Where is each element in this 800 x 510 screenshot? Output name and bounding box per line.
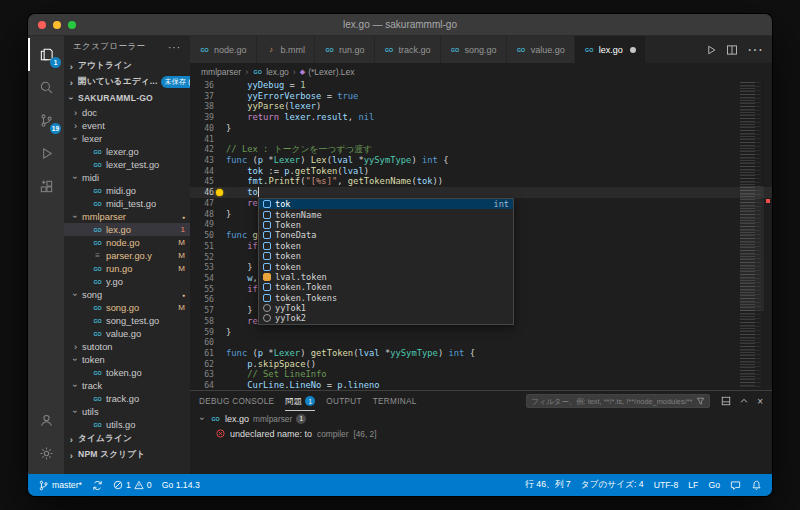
tree-item[interactable]: ›GOmidi.go [64,184,190,197]
suggest-item[interactable]: tokenName [259,209,513,219]
suggest-item[interactable]: token [259,251,513,261]
tree-item[interactable]: ›token [64,353,190,366]
zoom-window-button[interactable] [68,21,76,29]
code-line[interactable]: 44 tok := p.getToken(lval) [190,166,772,177]
filter-input[interactable] [531,397,693,406]
suggest-item[interactable]: tokint [259,199,513,209]
tab-run.go[interactable]: GOrun.go [315,36,375,63]
tree-item[interactable]: ›utils [64,405,190,418]
run-file-icon[interactable] [705,44,717,56]
tree-item[interactable]: ›sutoton [64,340,190,353]
suggest-item[interactable]: lval.token [259,272,513,282]
code-editor[interactable]: 36 yyDebug = 137 yyErrorVerbose = true38… [190,80,772,390]
tree-item[interactable]: ›song● [64,288,190,301]
code-line[interactable]: 63 // Set LineInfo [190,369,772,380]
sidebar-section[interactable]: ›アウトライン [64,58,190,74]
tree-item[interactable]: ›GOvalue.go [64,327,190,340]
breadcrumb-item[interactable]: mmlparser [201,67,241,77]
status-problems[interactable]: 10 [108,474,157,496]
sidebar-section[interactable]: ›SAKURAMML-GO [64,90,190,106]
status-language-mode[interactable]: Go [703,474,725,496]
activity-settings[interactable] [28,437,64,470]
close-window-button[interactable] [38,21,46,29]
tree-item[interactable]: ›track [64,379,190,392]
code-line[interactable]: 59} [190,327,772,338]
tree-item[interactable]: ›GOlex.go1 [64,223,190,236]
code-line[interactable]: 36 yyDebug = 1 [190,80,772,91]
suggest-item[interactable]: Token [259,220,513,230]
status-indentation[interactable]: タブのサイズ: 4 [576,474,649,496]
panel-views-icon[interactable] [721,396,731,406]
minimap-slider[interactable] [740,186,764,311]
tree-item[interactable]: ›GOsong_test.go [64,314,190,327]
status-go-version[interactable]: Go 1.14.3 [157,474,205,496]
tab-b.mml[interactable]: ♪b.mml [257,36,316,63]
code-line[interactable]: 41 [190,134,772,145]
code-line[interactable]: 46 to [190,187,772,198]
status-cursor-position[interactable]: 行 46、列 7 [520,474,575,496]
split-editor-icon[interactable] [726,44,738,56]
status-encoding[interactable]: UTF-8 [649,474,684,496]
tree-item[interactable]: ›GOsong.goM [64,301,190,314]
lightbulb-icon[interactable] [216,189,223,196]
suggest-item[interactable]: token.Tokens [259,293,513,303]
tree-item[interactable]: ›event [64,119,190,132]
code-line[interactable]: 62 p.skipSpace() [190,359,772,370]
activity-search[interactable] [28,71,64,104]
code-line[interactable]: 61func (p *Lexer) getToken(lval *yySymTy… [190,348,772,359]
suggest-item[interactable]: token [259,261,513,271]
close-panel-icon[interactable]: × [757,396,763,407]
minimize-window-button[interactable] [53,21,61,29]
panel-tab-terminal[interactable]: TERMINAL [373,391,417,411]
code-line[interactable]: 40} [190,123,772,134]
tree-item[interactable]: ›GOutils.go [64,418,190,431]
suggest-item[interactable]: ToneData [259,230,513,240]
tree-item[interactable]: ›≡parser.go.yM [64,249,190,262]
suggest-item[interactable]: token.Token [259,282,513,292]
code-line[interactable]: 38 yyParse(lexer) [190,101,772,112]
activity-explorer[interactable]: 1 [28,38,64,71]
tab-value.go[interactable]: GOvalue.go [507,36,575,63]
status-feedback[interactable] [725,474,746,496]
tab-lex.go[interactable]: GOlex.go [575,36,646,63]
sidebar-section[interactable]: ›タイムライン [64,431,190,447]
activity-account[interactable] [28,404,64,437]
sidebar-more-icon[interactable]: ··· [168,42,181,53]
sidebar-section[interactable]: ›NPM スクリプト [64,447,190,463]
problem-row[interactable]: undeclared name: to compiler [46, 2] [190,426,772,441]
tree-item[interactable]: ›doc [64,106,190,119]
suggest-item[interactable]: yyTok1 [259,303,513,313]
code-line[interactable]: 64 CurLine.LineNo = p.lineno [190,380,772,390]
panel-tab-problems[interactable]: 問題1 [285,391,315,411]
tab-node.go[interactable]: GOnode.go [190,36,257,63]
activity-run-debug[interactable] [28,137,64,170]
minimap[interactable] [740,82,764,388]
panel-tab-debug-console[interactable]: DEBUG CONSOLE [199,391,274,411]
tree-item[interactable]: ›GOtoken.go [64,366,190,379]
status-sync[interactable] [87,474,108,496]
tree-item[interactable]: ›lexer [64,132,190,145]
code-line[interactable]: 39 return lexer.result, nil [190,112,772,123]
problem-file-row[interactable]: › GO lex.go mmlparser 1 [190,411,772,426]
suggest-item[interactable]: token [259,241,513,251]
code-line[interactable]: 60 [190,337,772,348]
tree-item[interactable]: ›GOy.go [64,275,190,288]
tree-item[interactable]: ›GOnode.goM [64,236,190,249]
breadcrumb-item[interactable]: GOlex.go [252,67,289,77]
tree-item[interactable]: ›GOrun.goM [64,262,190,275]
maximize-panel-icon[interactable] [739,396,749,406]
tab-track.go[interactable]: GOtrack.go [375,36,441,63]
code-line[interactable]: 42// Lex : トークンを一つずつ渡す [190,144,772,155]
status-notifications[interactable] [746,474,767,496]
activity-source-control[interactable]: 19 [28,104,64,137]
tree-item[interactable]: ›GOlexer_test.go [64,158,190,171]
activity-extensions[interactable] [28,170,64,203]
sidebar-section[interactable]: ›開いているエディ...未保存 (1) [64,74,190,90]
suggest-item[interactable]: yyTok2 [259,313,513,323]
breadcrumb-item[interactable]: ◆(*Lexer).Lex [300,67,355,77]
code-line[interactable]: 37 yyErrorVerbose = true [190,91,772,102]
more-actions-icon[interactable]: ··· [747,41,763,59]
tree-item[interactable]: ›GOtrack.go [64,392,190,405]
panel-tab-output[interactable]: OUTPUT [326,391,361,411]
code-line[interactable]: 45 fmt.Printf("[%s]", getTokenName(tok)) [190,176,772,187]
